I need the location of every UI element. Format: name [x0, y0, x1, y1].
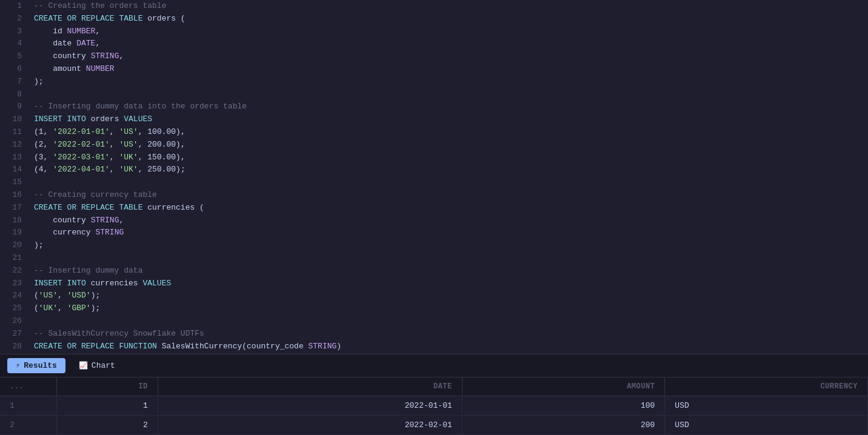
line-number: 9	[0, 101, 29, 113]
line-number: 25	[0, 302, 29, 315]
code-line: INSERT INTO orders VALUES	[29, 113, 868, 126]
line-number: 12	[0, 139, 29, 151]
code-line: (2, '2022-02-01', 'US', 200.00),	[29, 139, 868, 151]
chart-tab-label: Chart	[92, 361, 115, 370]
table-cell: 200	[462, 416, 665, 435]
col-header-date: DATE	[158, 377, 462, 396]
code-line: currency STRING	[29, 227, 868, 239]
table-cell: 2022-02-01	[158, 416, 462, 435]
code-line: date DATE,	[29, 38, 868, 50]
col-header-currency: CURRENCY	[665, 377, 868, 396]
results-tab-label: Results	[24, 361, 57, 370]
code-line: id NUMBER,	[29, 25, 868, 38]
code-line: country STRING,	[29, 50, 868, 63]
line-number: 6	[0, 63, 29, 76]
code-line: -- Creating the orders table	[29, 0, 868, 13]
line-number: 17	[0, 202, 29, 214]
code-line: );	[29, 239, 868, 252]
code-line: ('UK', 'GBP');	[29, 302, 868, 315]
line-number: 11	[0, 126, 29, 139]
line-number: 24	[0, 290, 29, 302]
code-line: ('US', 'USD');	[29, 290, 868, 302]
line-number: 3	[0, 25, 29, 38]
line-number: 10	[0, 113, 29, 126]
line-number: 18	[0, 214, 29, 227]
code-line: (3, '2022-03-01', 'UK', 150.00),	[29, 151, 868, 164]
table-row: 222022-02-01200USD	[0, 416, 868, 435]
code-table: 1-- Creating the orders table2CREATE OR …	[0, 0, 868, 354]
line-number: 14	[0, 164, 29, 176]
chart-tab[interactable]: 📈 Chart	[70, 358, 124, 373]
line-number: 19	[0, 227, 29, 239]
table-cell: 2	[0, 416, 56, 435]
table-row: 112022-01-01100USD	[0, 396, 868, 416]
results-icon: ⚡	[16, 361, 20, 370]
line-number: 15	[0, 176, 29, 189]
line-number: 16	[0, 189, 29, 202]
table-cell: USD	[665, 416, 868, 435]
line-number: 21	[0, 252, 29, 265]
line-number: 22	[0, 265, 29, 277]
table-cell: 100	[462, 396, 665, 416]
line-number: 23	[0, 277, 29, 290]
results-table: ... ID DATE AMOUNT CURRENCY 112022-01-01…	[0, 377, 868, 435]
code-line: -- Inserting dummy data	[29, 265, 868, 277]
tabs-bar: ⚡ Results 📈 Chart	[0, 354, 868, 377]
line-number: 28	[0, 340, 29, 353]
line-number: 1	[0, 0, 29, 13]
table-cell: 2	[56, 416, 158, 435]
code-line: country STRING,	[29, 214, 868, 227]
code-line: -- Inserting dummy data into the orders …	[29, 101, 868, 113]
code-line: -- Creating currency table	[29, 189, 868, 202]
col-header-id: ID	[56, 377, 158, 396]
table-cell: USD	[665, 396, 868, 416]
code-line: CREATE OR REPLACE TABLE orders (	[29, 13, 868, 25]
code-line: CREATE OR REPLACE TABLE currencies (	[29, 202, 868, 214]
col-header-dots: ...	[0, 377, 56, 396]
results-tab[interactable]: ⚡ Results	[7, 358, 65, 373]
code-line: -- SalesWithCurrency Snowflake UDTFs	[29, 328, 868, 340]
line-number: 13	[0, 151, 29, 164]
results-area: ... ID DATE AMOUNT CURRENCY 112022-01-01…	[0, 377, 868, 435]
table-cell: 1	[56, 396, 158, 416]
line-number: 5	[0, 50, 29, 63]
line-number: 26	[0, 315, 29, 328]
line-number: 27	[0, 328, 29, 340]
line-number: 20	[0, 239, 29, 252]
code-line: amount NUMBER	[29, 63, 868, 76]
table-cell: 2022-01-01	[158, 396, 462, 416]
line-number: 2	[0, 13, 29, 25]
table-cell: 1	[0, 396, 56, 416]
code-editor[interactable]: 1-- Creating the orders table2CREATE OR …	[0, 0, 868, 354]
chart-icon: 📈	[79, 361, 88, 370]
line-number: 4	[0, 38, 29, 50]
code-line: );	[29, 76, 868, 88]
code-line: INSERT INTO currencies VALUES	[29, 277, 868, 290]
col-header-amount: AMOUNT	[462, 377, 665, 396]
code-line: (1, '2022-01-01', 'US', 100.00),	[29, 126, 868, 139]
code-line: CREATE OR REPLACE FUNCTION SalesWithCurr…	[29, 340, 868, 353]
line-number: 7	[0, 76, 29, 88]
code-line: (4, '2022-04-01', 'UK', 250.00);	[29, 164, 868, 176]
line-number: 8	[0, 88, 29, 101]
